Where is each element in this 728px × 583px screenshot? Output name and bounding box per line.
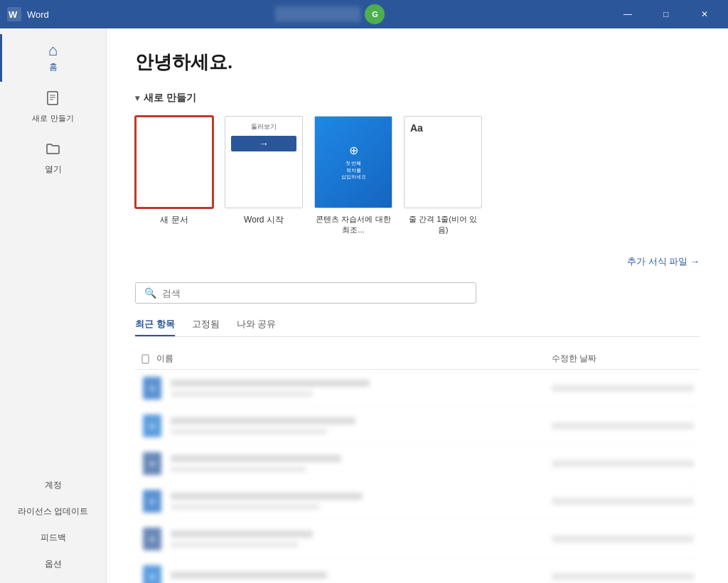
file-icon-wrap: W (141, 490, 164, 513)
file-info: W (141, 490, 552, 513)
file-icon-wrap: W (141, 452, 164, 475)
file-doc-icon: W (143, 452, 161, 475)
window-controls: — □ ✕ (611, 4, 721, 25)
file-date-blurred (552, 498, 694, 505)
template-content[interactable]: ⊕ 첫 번째목차를삽입하세요 콘텐츠 자습서에 대한 최조... (314, 116, 392, 235)
file-icon-wrap: W (141, 414, 164, 437)
sidebar-item-feedback[interactable]: 피드백 (0, 525, 106, 551)
tab-recent[interactable]: 최근 항목 (135, 318, 175, 336)
tab-pinned[interactable]: 고정됨 (192, 318, 220, 336)
template-label-line-spacing: 줄 간격 1줄(비어 있음) (404, 214, 482, 235)
app-title: Word (27, 9, 49, 20)
file-row[interactable]: W (135, 370, 700, 407)
file-text (171, 455, 341, 472)
template-label-blank: 새 문서 (160, 214, 188, 226)
minimize-button[interactable]: — (611, 4, 644, 25)
file-info: W (141, 528, 552, 550)
file-icon-wrap: W (141, 528, 164, 550)
sidebar-label-open: 열기 (45, 164, 62, 176)
search-icon: 🔍 (144, 287, 156, 299)
file-info: W (141, 377, 552, 400)
new-doc-icon (45, 90, 62, 110)
app-body: ⌂ 홈 새로 만들기 열기 (0, 28, 728, 583)
sidebar-item-home[interactable]: ⌂ 홈 (0, 34, 106, 82)
word-logo-icon: W (7, 7, 21, 21)
sidebar-label-home: 홈 (49, 61, 58, 73)
header-name-col: 이름 (141, 353, 552, 365)
templates-grid: 새 문서 둘러보기 → Word 시작 ⊕ (135, 116, 700, 235)
file-icon-wrap: W (141, 565, 164, 583)
file-row[interactable]: W (135, 520, 700, 558)
file-row[interactable]: W (135, 407, 700, 445)
file-name-blurred (171, 572, 327, 579)
file-path-blurred (171, 429, 327, 434)
file-date-blurred (552, 460, 694, 467)
template-thumb-word-start: 둘러보기 → (225, 116, 303, 208)
template-line-spacing[interactable]: Aa 줄 간격 1줄(비어 있음) (404, 116, 482, 235)
user-info-blurred (275, 6, 360, 22)
file-row[interactable]: W (135, 558, 700, 583)
home-icon: ⌂ (48, 43, 58, 58)
close-button[interactable]: ✕ (688, 4, 721, 25)
more-templates-link[interactable]: 추가 서식 파일 → (627, 255, 700, 268)
search-input[interactable] (162, 288, 467, 299)
arrow-icon: → (259, 138, 269, 149)
template-word-start[interactable]: 둘러보기 → Word 시작 (225, 116, 303, 235)
word-start-bar: → (231, 136, 296, 151)
chevron-down-icon: ▾ (135, 93, 139, 103)
maximize-button[interactable]: □ (650, 4, 682, 25)
file-path-blurred (171, 504, 320, 510)
content-thumb-text: 첫 번째목차를삽입하세요 (341, 160, 366, 181)
file-path-blurred (171, 542, 299, 547)
content-thumb-icon: ⊕ (349, 144, 358, 157)
file-text (171, 380, 370, 397)
file-info: W (141, 565, 552, 583)
file-row[interactable]: W (135, 445, 700, 483)
file-name-blurred (171, 493, 363, 500)
header-name-label: 이름 (156, 353, 173, 365)
user-avatar[interactable]: G (365, 4, 385, 24)
file-info: W (141, 452, 552, 475)
template-blank[interactable]: 새 문서 (135, 116, 213, 235)
sidebar-label-license: 라이선스 업데이트 (18, 506, 88, 518)
template-thumb-line-spacing: Aa (404, 116, 482, 208)
file-doc-icon: W (143, 490, 161, 513)
sidebar-item-account[interactable]: 계정 (0, 472, 106, 498)
file-header-icon (141, 354, 151, 364)
titlebar-user-area: G (275, 4, 385, 24)
sidebar-item-license[interactable]: 라이선스 업데이트 (0, 498, 106, 525)
svg-rect-6 (142, 355, 149, 363)
file-date-blurred (552, 422, 694, 429)
sidebar-item-options[interactable]: 옵션 (0, 551, 106, 577)
sidebar-item-open[interactable]: 열기 (0, 132, 106, 184)
template-label-word-start: Word 시작 (244, 214, 284, 226)
file-doc-icon: W (143, 528, 161, 550)
file-list-header: 이름 수정한 날짜 (135, 348, 700, 370)
tabs-row: 최근 항목 고정됨 나와 공유 (135, 318, 700, 337)
sidebar-label-new: 새로 만들기 (32, 113, 73, 124)
file-name-blurred (171, 530, 313, 537)
sidebar: ⌂ 홈 새로 만들기 열기 (0, 28, 107, 583)
template-label-content: 콘텐츠 자습서에 대한 최조... (314, 214, 392, 235)
file-doc-icon: W (143, 565, 161, 583)
file-text (171, 530, 313, 547)
file-date-blurred (552, 573, 694, 580)
folder-icon (45, 141, 62, 161)
template-thumb-blank (135, 116, 213, 208)
titlebar: W Word G — □ ✕ (0, 0, 728, 28)
file-path-blurred (171, 466, 306, 472)
file-text (171, 493, 363, 510)
greeting-text: 안녕하세요. (135, 50, 700, 75)
header-date-label: 수정한 날짜 (552, 353, 596, 363)
file-list: W W (135, 370, 700, 583)
file-text (171, 417, 355, 434)
blank-doc-preview (146, 125, 203, 200)
sidebar-bottom: 계정 라이선스 업데이트 피드백 옵션 (0, 472, 106, 577)
sidebar-label-options: 옵션 (45, 558, 62, 570)
file-info: W (141, 414, 552, 437)
sidebar-item-new[interactable]: 새로 만들기 (0, 82, 106, 132)
tab-shared[interactable]: 나와 공유 (237, 318, 277, 336)
svg-rect-2 (48, 92, 58, 105)
template-thumb-content: ⊕ 첫 번째목차를삽입하세요 (314, 116, 392, 208)
file-row[interactable]: W (135, 483, 700, 520)
